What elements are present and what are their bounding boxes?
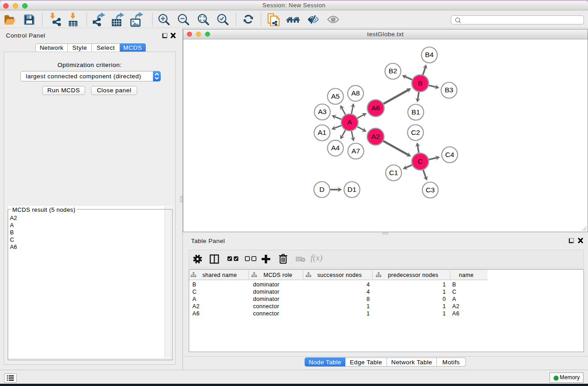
svg-text:C4: C4 xyxy=(445,151,454,158)
svg-text:A8: A8 xyxy=(351,89,360,97)
svg-text:B: B xyxy=(418,79,422,87)
svg-text:A3: A3 xyxy=(318,108,327,115)
svg-text:A1: A1 xyxy=(318,129,326,136)
svg-text:A4: A4 xyxy=(331,144,340,152)
svg-text:D: D xyxy=(319,186,324,193)
svg-text:C3: C3 xyxy=(426,186,435,194)
svg-text:B3: B3 xyxy=(445,86,454,94)
svg-text:B1: B1 xyxy=(411,108,420,116)
svg-text:A2: A2 xyxy=(371,133,380,140)
svg-text:B4: B4 xyxy=(425,51,434,58)
svg-text:A5: A5 xyxy=(331,92,340,100)
svg-text:D1: D1 xyxy=(348,186,357,193)
svg-text:A: A xyxy=(347,118,352,126)
svg-text:C1: C1 xyxy=(389,169,398,176)
svg-text:A6: A6 xyxy=(372,104,380,112)
svg-text:B2: B2 xyxy=(389,67,397,75)
svg-text:C: C xyxy=(418,157,423,165)
svg-text:A7: A7 xyxy=(352,147,360,155)
svg-text:C2: C2 xyxy=(411,129,420,136)
